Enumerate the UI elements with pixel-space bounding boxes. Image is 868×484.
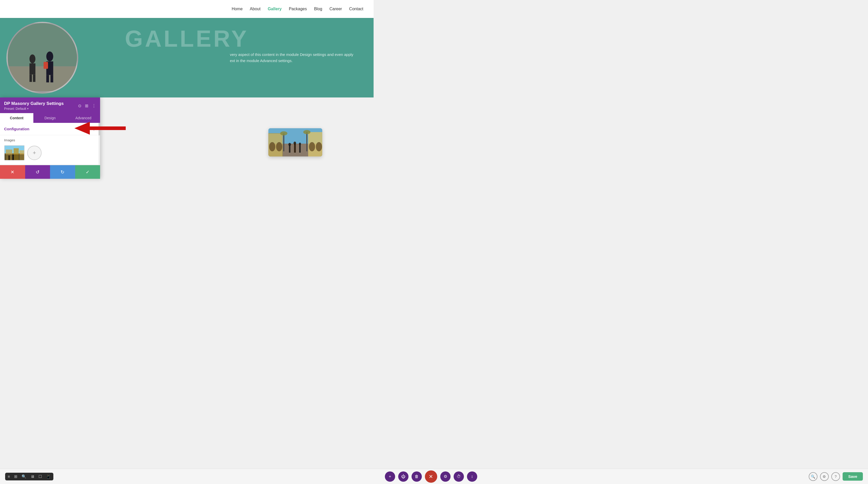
redo-button[interactable]: ↻: [50, 165, 75, 179]
arrow-svg: [74, 122, 126, 135]
nav-home[interactable]: Home: [232, 7, 243, 11]
gallery-preview: [268, 128, 322, 157]
svg-rect-37: [294, 143, 296, 153]
svg-rect-18: [8, 155, 10, 161]
tab-content[interactable]: Content: [0, 113, 33, 123]
nav-packages[interactable]: Packages: [289, 7, 307, 11]
svg-rect-2: [8, 66, 77, 91]
nav-gallery[interactable]: Gallery: [268, 7, 281, 11]
svg-rect-33: [306, 132, 307, 151]
panel-preset[interactable]: Preset: Default ▾: [4, 106, 64, 110]
svg-point-34: [303, 130, 310, 134]
nav-links: Home About Gallery Packages Blog Career …: [232, 7, 363, 11]
svg-point-3: [30, 54, 35, 63]
config-section-title: Configuration: [4, 127, 29, 131]
nav-about[interactable]: About: [250, 7, 261, 11]
svg-marker-20: [74, 122, 126, 135]
confirm-icon: ✓: [86, 169, 90, 175]
svg-rect-16: [13, 148, 19, 161]
nav-blog[interactable]: Blog: [314, 7, 322, 11]
svg-rect-5: [30, 74, 32, 82]
add-icon: +: [33, 150, 36, 156]
add-image-button[interactable]: +: [27, 146, 41, 160]
svg-point-27: [276, 142, 282, 151]
hero-description: very aspect of this content in the modul…: [230, 52, 358, 64]
svg-rect-4: [30, 63, 35, 74]
nav-career[interactable]: Career: [330, 7, 342, 11]
svg-rect-1: [8, 22, 77, 66]
arrow-annotation: [74, 122, 126, 135]
tab-advanced[interactable]: Advanced: [67, 113, 100, 123]
preset-arrow-icon: ▾: [27, 107, 29, 110]
hero-circle-image: [0, 18, 85, 97]
svg-rect-17: [20, 150, 25, 161]
svg-point-38: [293, 141, 296, 145]
thumb-image-svg: [5, 146, 25, 161]
svg-rect-9: [46, 75, 49, 82]
panel-target-icon[interactable]: ⊙: [78, 103, 81, 108]
top-nav: Home About Gallery Packages Blog Career …: [0, 0, 374, 18]
panel-more-icon[interactable]: ⋮: [92, 103, 96, 108]
cancel-icon: ✕: [10, 169, 14, 175]
svg-rect-6: [33, 74, 35, 82]
panel-header-icons: ⊙ ⊞ ⋮: [78, 103, 96, 108]
svg-rect-15: [6, 150, 12, 161]
svg-point-7: [46, 52, 53, 62]
svg-rect-39: [299, 144, 301, 153]
confirm-button[interactable]: ✓: [75, 165, 100, 179]
panel-title: DP Masonry Gallery Settings: [4, 101, 64, 106]
image-thumbnail[interactable]: [4, 145, 25, 161]
svg-rect-14: [5, 153, 25, 161]
tab-design[interactable]: Design: [33, 113, 67, 123]
cancel-button[interactable]: ✕: [0, 165, 25, 179]
svg-point-32: [280, 131, 287, 135]
svg-rect-10: [51, 75, 53, 82]
svg-point-29: [309, 142, 315, 151]
images-row: +: [0, 143, 100, 165]
svg-point-40: [299, 142, 301, 145]
svg-rect-19: [12, 155, 14, 161]
gallery-preview-image: [268, 128, 322, 157]
hero-image-svg: [8, 22, 77, 92]
images-label: Images: [0, 135, 100, 143]
panel-tabs: Content Design Advanced: [0, 113, 100, 123]
panel-columns-icon[interactable]: ⊞: [85, 103, 88, 108]
panel-header-left: DP Masonry Gallery Settings Preset: Defa…: [4, 101, 64, 110]
nav-contact[interactable]: Contact: [349, 7, 363, 11]
main-content: DP Masonry Gallery Settings Preset: Defa…: [0, 97, 374, 218]
redo-icon: ↻: [61, 169, 64, 175]
panel-footer: ✕ ↺ ↻ ✓: [0, 165, 100, 179]
settings-panel: DP Masonry Gallery Settings Preset: Defa…: [0, 97, 100, 179]
hero-section: GALLERY very aspect of this content in t…: [0, 18, 374, 97]
svg-point-26: [269, 142, 275, 151]
gallery-preview-svg: [268, 128, 322, 157]
svg-point-30: [316, 142, 322, 151]
hero-title: GALLERY: [125, 26, 249, 52]
image-thumb-inner: [5, 146, 24, 160]
panel-header: DP Masonry Gallery Settings Preset: Defa…: [0, 97, 100, 113]
undo-icon: ↺: [36, 169, 39, 175]
svg-point-36: [288, 143, 291, 146]
svg-rect-35: [289, 145, 290, 153]
svg-rect-31: [283, 133, 284, 151]
svg-rect-11: [43, 62, 48, 69]
undo-button[interactable]: ↺: [25, 165, 50, 179]
hero-circle: [6, 22, 78, 94]
